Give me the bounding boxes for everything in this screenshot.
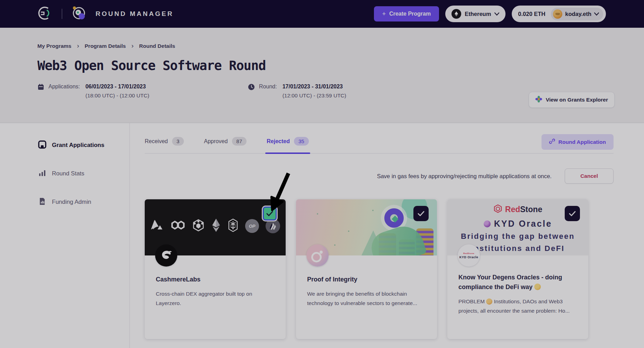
sidebar-item-funding-admin[interactable]: Funding Admin [38, 197, 129, 207]
link-icon [549, 138, 555, 146]
kyd-banner-title: KYD Oracle [494, 219, 552, 229]
round-manager-logo-icon [71, 6, 87, 22]
breadcrumb-round-details[interactable]: Round Details [139, 43, 175, 49]
chevron-down-icon [594, 11, 599, 17]
funding-admin-icon [38, 197, 46, 207]
cancel-button[interactable]: Cancel [565, 168, 614, 184]
wallet-balance: 0.020 ETH [518, 11, 545, 17]
chevron-down-icon [494, 11, 499, 17]
card-title: CashmereLabs [156, 275, 275, 285]
redstone-brand: Red [505, 205, 520, 214]
applications-dates: 06/01/2023 - 17/01/2023 [86, 83, 149, 90]
round-header: My Programs › Program Details › Round De… [0, 28, 644, 123]
breadcrumb-program-details[interactable]: Program Details [85, 43, 126, 49]
breadcrumb-my-programs[interactable]: My Programs [37, 43, 71, 49]
applications-period: Applications: 06/01/2023 - 17/01/2023 (1… [37, 83, 149, 99]
sidebar-item-round-stats[interactable]: Round Stats [38, 169, 129, 179]
application-checkbox-checked[interactable] [413, 206, 429, 221]
app-title: ROUND MANAGER [96, 10, 173, 18]
tab-received[interactable]: Received 3 [145, 137, 184, 153]
breadcrumb: My Programs › Program Details › Round De… [37, 42, 644, 50]
received-count-badge: 3 [172, 137, 184, 146]
network-selector[interactable]: Ethereum [445, 6, 506, 22]
kyd-banner-line2: Bridging the gap between [447, 232, 588, 241]
applications-times: (18:00 UTC) - (12:00 UTC) [86, 93, 149, 99]
application-checkbox-checked[interactable] [565, 206, 580, 221]
card-description: PROBLEM Institutions, DAOs and Web3 proj… [458, 297, 577, 315]
clock-icon [248, 84, 255, 92]
exploding-head-emoji [486, 298, 492, 305]
polygon-icon [171, 220, 185, 232]
gitcoin-logo-icon[interactable] [37, 5, 53, 23]
network-label: Ethereum [465, 11, 491, 17]
avalanche-icon [150, 219, 164, 233]
fantom-icon [227, 218, 239, 234]
arbitrum-icon [266, 219, 280, 233]
round-label: Round: [259, 83, 277, 90]
saluting-face-emoji [534, 284, 541, 290]
tab-rejected[interactable]: Rejected 35 [267, 137, 308, 153]
applications-tab-bar: Received 3 Approved 87 Rejected 35 [145, 137, 614, 154]
bulk-select-bar: Save in gas fees by approving/rejecting … [145, 168, 614, 184]
round-dates: 17/01/2023 - 31/01/2023 [283, 83, 346, 90]
application-card-kyd-oracle[interactable]: RedStone KYD Oracle Bridging the gap bet… [447, 199, 588, 339]
application-checkbox-checked[interactable] [263, 207, 277, 220]
applications-label: Applications: [48, 83, 80, 90]
optimism-icon: OP [245, 219, 259, 233]
round-times: (12:00 UTC) - (23:59 UTC) [283, 93, 346, 99]
application-card-proof-of-integrity[interactable]: Proof of Integrity We are bringing the b… [296, 199, 437, 339]
crystal-ball-emoji [484, 220, 491, 227]
view-on-grants-explorer-button[interactable]: View on Grants Explorer [529, 92, 615, 108]
wallet-menu[interactable]: 0.020 ETH koday.eth [512, 6, 606, 22]
sidebar-item-grant-applications[interactable]: Grant Applications [38, 140, 129, 150]
round-period: Round: 17/01/2023 - 31/01/2023 (12:00 UT… [248, 83, 346, 99]
kyd-oracle-logo: RedStone KYD Oracle [458, 244, 480, 267]
card-title: Know Your Degens Oracles - doing complia… [458, 273, 577, 292]
plus-icon: + [382, 11, 386, 17]
calendar-icon [37, 84, 44, 92]
ethereum-chain-icon [211, 218, 221, 234]
breadcrumb-separator-icon: › [77, 42, 79, 50]
round-application-button[interactable]: Round Application [542, 134, 614, 150]
page-title: Web3 Open Source Software Round [37, 58, 644, 73]
grant-applications-icon [38, 140, 46, 150]
create-program-button[interactable]: + Create Program [374, 6, 439, 21]
rejected-count-badge: 35 [294, 137, 309, 146]
gas-fee-message: Save in gas fees by approving/rejecting … [377, 173, 552, 180]
round-stats-icon [38, 169, 46, 179]
bnb-icon [192, 219, 205, 233]
target-illustration [384, 208, 404, 228]
sidebar: Grant Applications Round Stats [0, 123, 130, 348]
proof-of-integrity-logo [306, 244, 329, 267]
card-title: Proof of Integrity [307, 275, 426, 285]
wallet-avatar [553, 9, 562, 19]
breadcrumb-separator-icon: › [131, 42, 133, 50]
nav-divider [62, 9, 62, 19]
application-card-cashmerelabs[interactable]: OP [145, 199, 286, 339]
redstone-hexagon-icon [493, 204, 502, 215]
card-description: Cross-chain DEX aggregator built top on … [156, 289, 275, 308]
top-navbar: ROUND MANAGER + Create Program Ethereum … [0, 0, 644, 28]
grants-explorer-flower-icon [535, 96, 542, 104]
approved-count-badge: 87 [232, 137, 247, 146]
ethereum-icon [451, 9, 461, 19]
wallet-ens: koday.eth [565, 11, 591, 17]
cashmerelabs-logo [155, 244, 177, 267]
tab-approved[interactable]: Approved 87 [204, 137, 247, 153]
card-description: We are bringing the benefits of blockcha… [307, 289, 426, 308]
